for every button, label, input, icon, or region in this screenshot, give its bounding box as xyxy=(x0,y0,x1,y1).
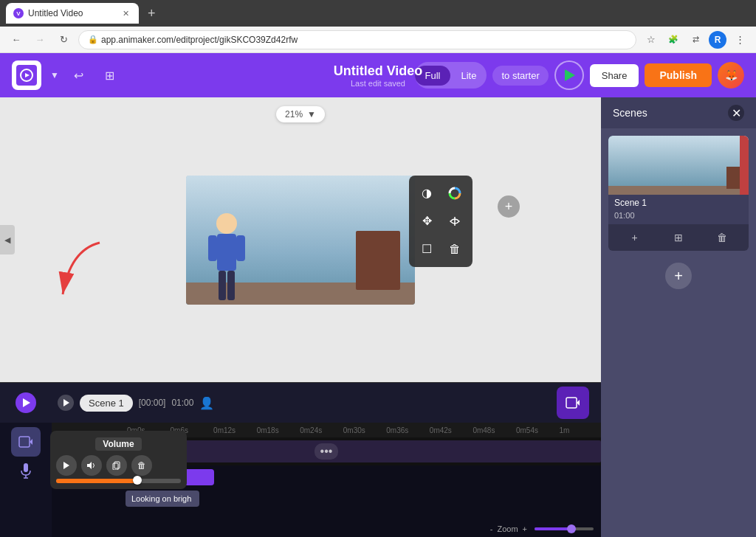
zoom-level: 21% xyxy=(285,109,303,119)
scene-video-icon[interactable] xyxy=(557,387,589,419)
context-delete-button[interactable]: 🗑 xyxy=(443,238,467,261)
menu-button[interactable]: ⋮ xyxy=(731,31,749,49)
svg-rect-15 xyxy=(24,463,28,472)
delete-audio-button[interactable]: 🗑 xyxy=(131,455,152,476)
browser-tab[interactable]: V Untitled Video ✕ xyxy=(6,3,139,24)
ruler-9: 0m54s xyxy=(515,426,558,434)
ruler-5: 0m30s xyxy=(342,426,385,434)
canvas-timeline-area: 21% ▼ ◀ xyxy=(0,97,601,537)
sync-icon[interactable]: ⇄ xyxy=(687,31,704,49)
user-avatar[interactable]: 🦊 xyxy=(718,62,744,89)
scenes-header: Scenes ✕ xyxy=(601,97,756,128)
app-logo[interactable] xyxy=(12,60,41,90)
scene-thumb-title-text: Scene 1 xyxy=(608,195,749,211)
browser-nav: ← → ↻ 🔒 app.animaker.com/editproject/gik… xyxy=(0,27,756,53)
header-right-area: Full Lite to starter Share Publish 🦊 xyxy=(415,60,744,90)
play-triangle-icon xyxy=(565,69,575,81)
main-play-icon xyxy=(23,398,30,407)
copy-audio-button[interactable] xyxy=(106,455,127,476)
scene-small-play-icon xyxy=(63,399,69,406)
zoom-slider-thumb[interactable] xyxy=(567,524,576,533)
address-text: app.animaker.com/editproject/gikSKCO39Zd… xyxy=(101,35,298,45)
volume-slider-thumb[interactable] xyxy=(133,476,142,485)
main-area: 21% ▼ ◀ xyxy=(0,97,756,537)
extension-icon[interactable]: 🧩 xyxy=(664,31,682,49)
volume-slider[interactable] xyxy=(56,479,181,483)
plan-lite-button[interactable]: Lite xyxy=(450,66,487,86)
bottom-timeline: 0m0s 0m6s 0m12s 0m18s 0m24s 0m30s 0m36s … xyxy=(0,423,601,537)
svg-marker-1 xyxy=(25,73,30,77)
volume-label: Volume xyxy=(95,437,141,451)
ruler-4: 0m24s xyxy=(298,426,342,434)
scene-name-pill: Scene 1 xyxy=(80,395,133,412)
mic-track-icon[interactable] xyxy=(15,461,37,483)
play-audio-button[interactable] xyxy=(56,455,77,476)
svg-rect-7 xyxy=(227,271,235,300)
scene-1-thumbnail[interactable]: Scene 1 01:00 + ⊞ 🗑 xyxy=(608,136,749,251)
scene-delete-button[interactable]: 🗑 xyxy=(713,229,731,246)
plan-starter-button[interactable]: to starter xyxy=(492,66,548,86)
audio-track-2-name: Looking on brigh xyxy=(131,494,191,503)
add-scene-button[interactable]: + xyxy=(665,263,692,289)
bookmark-icon[interactable]: ☆ xyxy=(642,31,660,49)
forward-button[interactable]: → xyxy=(31,31,49,49)
play-header-button[interactable] xyxy=(554,60,584,90)
canvas-content: ◑ ✥ ☐ 🗑 + xyxy=(0,97,601,382)
context-mask-button[interactable]: ☐ xyxy=(415,238,439,261)
tab-favicon: V xyxy=(13,8,24,18)
zoom-text: Zoom xyxy=(497,524,518,533)
video-track-icon[interactable] xyxy=(11,427,41,457)
zoom-bottom-control: - Zoom + xyxy=(490,524,594,533)
scenes-panel: Scenes ✕ Scene 1 01:00 + ⊞ 🗑 xyxy=(601,97,756,537)
zoom-slider-track[interactable] xyxy=(535,527,594,530)
zoom-label: - xyxy=(490,524,493,533)
copy-button[interactable]: ⊞ xyxy=(99,64,121,86)
svg-rect-20 xyxy=(114,462,120,468)
zoom-dropdown-icon: ▼ xyxy=(307,109,316,119)
project-title: Untitled Video xyxy=(334,63,423,79)
share-button[interactable]: Share xyxy=(590,64,639,87)
scene-thumb-time-text: 01:00 xyxy=(608,211,749,224)
zoom-plus-icon: + xyxy=(523,524,527,533)
context-color-button[interactable] xyxy=(443,181,467,205)
audio-track-2-row: Looking on brigh xyxy=(52,488,601,509)
volume-icon-button[interactable] xyxy=(81,455,102,476)
scene-duration: 01:00 xyxy=(171,398,193,408)
svg-rect-21 xyxy=(113,463,118,470)
publish-button[interactable]: Publish xyxy=(645,63,712,87)
undo-button[interactable]: ↩ xyxy=(68,64,90,86)
scenes-close-button[interactable]: ✕ xyxy=(728,105,744,121)
zoom-control[interactable]: 21% ▼ xyxy=(276,106,325,122)
more-options-button[interactable]: ••• xyxy=(315,443,339,460)
scene-add-button[interactable]: + xyxy=(626,229,644,246)
back-button[interactable]: ← xyxy=(7,31,25,49)
context-menu: ◑ ✥ ☐ 🗑 xyxy=(409,176,472,267)
svg-rect-11 xyxy=(566,398,577,408)
volume-slider-fill xyxy=(56,479,137,483)
main-play-button[interactable] xyxy=(16,392,36,413)
profile-button[interactable]: R xyxy=(709,31,726,49)
plan-toggle: Full Lite xyxy=(415,62,487,89)
timeline-scene-row: Scene 1 [00:00] 01:00 👤 xyxy=(0,382,601,423)
svg-rect-5 xyxy=(236,235,245,261)
scene-small-play-button[interactable] xyxy=(58,395,74,411)
tab-title: Untitled Video xyxy=(28,8,83,18)
user-icon: 👤 xyxy=(199,396,214,410)
logo-dropdown-arrow[interactable]: ▼ xyxy=(50,70,59,80)
ruler-6: 0m36s xyxy=(385,426,428,434)
scene-duplicate-button[interactable]: ⊞ xyxy=(670,229,687,246)
address-bar[interactable]: 🔒 app.animaker.com/editproject/gikSKCO39… xyxy=(78,30,636,49)
save-status: Last edit saved xyxy=(334,79,423,88)
ruler-8: 0m48s xyxy=(471,426,515,434)
context-move-button[interactable]: ✥ xyxy=(415,209,439,233)
ruler-7: 0m42s xyxy=(428,426,472,434)
refresh-button[interactable]: ↻ xyxy=(55,31,72,49)
audio-clip-2[interactable]: Looking on brigh xyxy=(126,491,199,507)
context-flip-button[interactable] xyxy=(443,209,467,233)
app-header: ▼ ↩ ⊞ Untitled Video Last edit saved Ful… xyxy=(0,53,756,97)
tab-close-btn[interactable]: ✕ xyxy=(120,7,131,19)
add-element-button[interactable]: + xyxy=(498,195,520,218)
new-tab-button[interactable]: + xyxy=(143,6,160,21)
context-contrast-button[interactable]: ◑ xyxy=(415,181,439,205)
ruler-10: 1m xyxy=(557,426,601,434)
